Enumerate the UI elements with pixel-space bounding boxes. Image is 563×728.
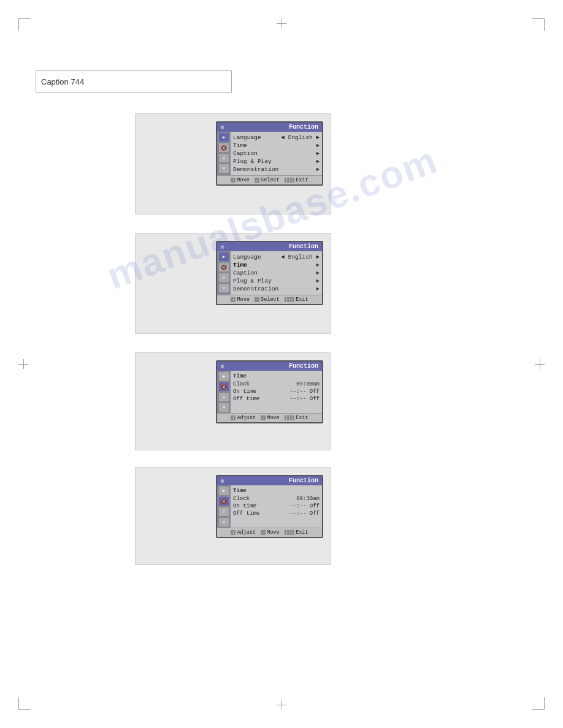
time-row-clock-3: Clock 09:00am <box>233 381 320 388</box>
osd-content-2: Language ◄ English ► Time ► Caption ► Pl… <box>231 251 322 295</box>
osd-body-4: ▶ 🔇 ✗ ≡ Time Clock 09:30am On time --:--… <box>217 485 322 528</box>
sidebar-icon-setup: ✗ <box>219 154 229 162</box>
sidebar-icon-volume-2: ▶ <box>219 252 229 261</box>
caption-label: Caption 744 <box>41 77 84 86</box>
sidebar-icon-bars: ≡ <box>219 164 229 173</box>
cross-mark-right <box>535 359 545 369</box>
key-exit-2: ||| <box>285 297 295 302</box>
sidebar-icon-volume-4: ▶ <box>219 487 229 495</box>
key-move-2: ↕ <box>231 297 236 302</box>
menu-row-time: Time ► <box>233 142 320 150</box>
menu-row-language-2: Language ◄ English ► <box>233 253 320 261</box>
sidebar-icon-volume-3: ▶ <box>219 372 229 381</box>
osd-content-3: Time Clock 09:00am On time --:-- Off Off… <box>231 371 322 413</box>
menu-row-caption: Caption ► <box>233 150 320 157</box>
sidebar-icon-mute-2: 🔇 <box>219 263 229 271</box>
menu-row-plugplay: Plug & Play ► <box>233 157 320 165</box>
corner-mark-tr <box>532 18 545 31</box>
cross-mark-bottom <box>277 700 286 710</box>
menu-row-language: Language ◄ English ► <box>233 134 320 142</box>
key-exit-1: ||| <box>285 178 295 183</box>
sidebar-icon-setup-3: ✗ <box>219 393 229 401</box>
osd-body-2: ▶ 🔇 ✗ ≡ Language ◄ English ► Time ► <box>217 251 322 295</box>
sidebar-icon-mute-3: 🔇 <box>219 382 229 391</box>
menu-row-demo: Demonstration ► <box>233 165 320 173</box>
panel-1: ▦ Function ▶ 🔇 ✗ ≡ Language ◄ English ► <box>135 113 331 214</box>
key-move-1: ↕ <box>231 178 236 183</box>
osd-body-3: ▶ 🔇 ✗ ≡ Time Clock 09:00am On time --:--… <box>217 371 322 413</box>
corner-mark-bl <box>18 697 31 710</box>
menu-row-time-2: Time ► <box>233 261 320 269</box>
key-select-2: ← <box>255 297 259 302</box>
osd-title-3: Function <box>289 363 318 370</box>
key-exit-3: ||| <box>285 415 295 420</box>
time-row-clock-4: Clock 09:30am <box>233 495 320 502</box>
osd-sidebar-4: ▶ 🔇 ✗ ≡ <box>217 485 231 528</box>
cross-mark-top <box>277 18 286 28</box>
osd-header-4: ▦ Function <box>217 476 322 485</box>
osd-content-1: Language ◄ English ► Time ► Caption ► Pl… <box>231 132 322 175</box>
sidebar-icon-bars-3: ≡ <box>219 403 229 412</box>
panel-3: ▦ Function ▶ 🔇 ✗ ≡ Time Clock 09:00am <box>135 352 331 450</box>
time-row-offtime-4: Off time --:-- Off <box>233 510 320 517</box>
key-adjust-3: ↕ <box>231 415 236 420</box>
time-row-ontime-3: On time --:-- Off <box>233 388 320 395</box>
sidebar-icon-bars-4: ≡ <box>219 518 229 526</box>
osd-title-4: Function <box>289 477 318 484</box>
time-row-ontime-4: On time --:-- Off <box>233 502 320 510</box>
time-row-offtime-3: Off time --:-- Off <box>233 395 320 403</box>
menu-row-demo-2: Demonstration ► <box>233 285 320 293</box>
corner-mark-br <box>532 697 545 710</box>
osd-footer-4: ↕Adjust ←Move |||Exit <box>217 528 322 537</box>
osd-header-3: ▦ Function <box>217 362 322 371</box>
osd-content-4: Time Clock 09:30am On time --:-- Off Off… <box>231 485 322 528</box>
osd-menu-2: ▦ Function ▶ 🔇 ✗ ≡ Language ◄ English ► … <box>216 241 323 305</box>
time-label-4: Time <box>233 487 320 495</box>
key-adjust-4: ↕ <box>231 530 236 535</box>
menu-row-plugplay-2: Plug & Play ► <box>233 277 320 285</box>
corner-mark-tl <box>18 18 31 31</box>
osd-footer-3: ↕Adjust ←Move |||Exit <box>217 413 322 422</box>
osd-sidebar-3: ▶ 🔇 ✗ ≡ <box>217 371 231 413</box>
key-exit-4: ||| <box>285 530 295 535</box>
menu-row-caption-2: Caption ► <box>233 269 320 277</box>
osd-menu-4: ▦ Function ▶ 🔇 ✗ ≡ Time Clock 09:30am <box>216 475 323 538</box>
sidebar-icon-setup-2: ✗ <box>219 273 229 282</box>
osd-body-1: ▶ 🔇 ✗ ≡ Language ◄ English ► Time ► <box>217 132 322 175</box>
sidebar-icon-setup-4: ✗ <box>219 507 229 516</box>
osd-sidebar-1: ▶ 🔇 ✗ ≡ <box>217 132 231 175</box>
cross-mark-left <box>18 359 28 369</box>
osd-footer-1: ↕Move ←Select |||Exit <box>217 175 322 184</box>
time-label-3: Time <box>233 373 320 381</box>
key-move-4: ← <box>261 530 266 535</box>
key-move-3: ← <box>261 415 266 420</box>
caption-box: Caption 744 <box>36 70 232 93</box>
sidebar-icon-volume: ▶ <box>219 133 229 142</box>
osd-header-2: ▦ Function <box>217 242 322 251</box>
sidebar-icon-bars-2: ≡ <box>219 284 229 292</box>
osd-menu-1: ▦ Function ▶ 🔇 ✗ ≡ Language ◄ English ► <box>216 121 323 186</box>
sidebar-icon-mute: 🔇 <box>219 143 229 152</box>
key-select-1: ← <box>255 178 259 183</box>
panel-2: ▦ Function ▶ 🔇 ✗ ≡ Language ◄ English ► … <box>135 233 331 334</box>
sidebar-icon-mute-4: 🔇 <box>219 497 229 506</box>
panel-4: ▦ Function ▶ 🔇 ✗ ≡ Time Clock 09:30am <box>135 467 331 565</box>
osd-title-1: Function <box>289 124 318 131</box>
osd-sidebar-2: ▶ 🔇 ✗ ≡ <box>217 251 231 295</box>
osd-menu-3: ▦ Function ▶ 🔇 ✗ ≡ Time Clock 09:00am <box>216 360 323 423</box>
osd-title-2: Function <box>289 243 318 250</box>
osd-header-1: ▦ Function <box>217 123 322 132</box>
osd-footer-2: ↕Move ←Select |||Exit <box>217 295 322 304</box>
